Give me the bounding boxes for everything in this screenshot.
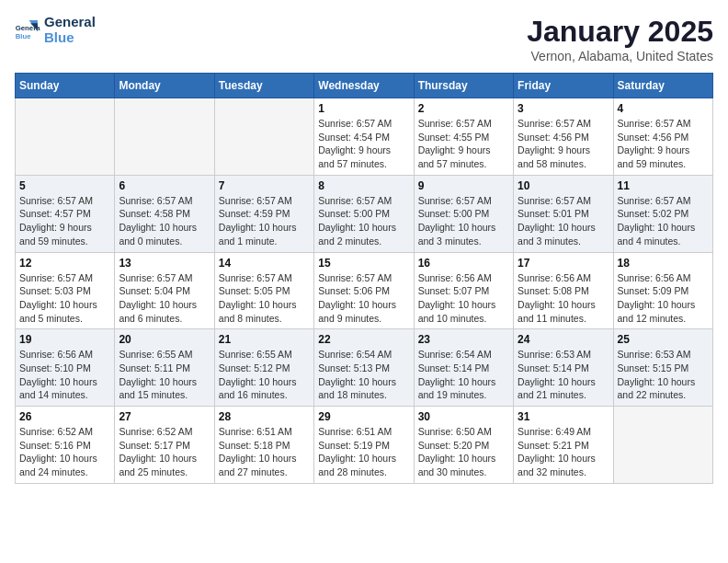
col-friday: Friday	[514, 74, 613, 98]
day-number: 17	[518, 257, 609, 270]
day-number: 11	[618, 179, 709, 192]
day-info: Sunrise: 6:55 AM Sunset: 5:11 PM Dayligh…	[119, 348, 210, 402]
day-number: 14	[219, 257, 310, 270]
calendar-cell: 7Sunrise: 6:57 AM Sunset: 4:59 PM Daylig…	[214, 175, 313, 252]
day-info: Sunrise: 6:57 AM Sunset: 5:03 PM Dayligh…	[19, 271, 110, 326]
logo-icon: General Blue	[15, 17, 40, 43]
day-info: Sunrise: 6:53 AM Sunset: 5:15 PM Dayligh…	[618, 348, 709, 402]
calendar-cell: 30Sunrise: 6:50 AM Sunset: 5:20 PM Dayli…	[414, 407, 513, 484]
calendar-cell: 15Sunrise: 6:57 AM Sunset: 5:06 PM Dayli…	[314, 252, 414, 329]
week-row-4: 19Sunrise: 6:56 AM Sunset: 5:10 PM Dayli…	[16, 329, 713, 407]
calendar-cell: 14Sunrise: 6:57 AM Sunset: 5:05 PM Dayli…	[214, 252, 313, 329]
day-info: Sunrise: 6:57 AM Sunset: 5:01 PM Dayligh…	[518, 194, 609, 248]
day-info: Sunrise: 6:57 AM Sunset: 5:00 PM Dayligh…	[318, 194, 409, 248]
col-tuesday: Tuesday	[214, 74, 313, 98]
day-number: 25	[618, 333, 709, 346]
day-info: Sunrise: 6:52 AM Sunset: 5:16 PM Dayligh…	[19, 425, 110, 479]
week-row-5: 26Sunrise: 6:52 AM Sunset: 5:16 PM Dayli…	[16, 407, 713, 484]
day-info: Sunrise: 6:51 AM Sunset: 5:19 PM Dayligh…	[318, 425, 409, 479]
col-saturday: Saturday	[613, 74, 712, 98]
day-info: Sunrise: 6:56 AM Sunset: 5:10 PM Dayligh…	[19, 348, 110, 402]
day-info: Sunrise: 6:57 AM Sunset: 4:55 PM Dayligh…	[418, 117, 509, 171]
calendar-cell: 3Sunrise: 6:57 AM Sunset: 4:56 PM Daylig…	[514, 98, 613, 176]
day-info: Sunrise: 6:57 AM Sunset: 5:00 PM Dayligh…	[418, 194, 509, 248]
calendar-cell: 19Sunrise: 6:56 AM Sunset: 5:10 PM Dayli…	[16, 329, 115, 407]
day-info: Sunrise: 6:57 AM Sunset: 4:54 PM Dayligh…	[318, 117, 409, 171]
calendar-header-row: Sunday Monday Tuesday Wednesday Thursday…	[16, 74, 713, 98]
calendar-cell: 10Sunrise: 6:57 AM Sunset: 5:01 PM Dayli…	[514, 175, 613, 252]
day-number: 8	[318, 179, 409, 192]
day-number: 4	[618, 102, 709, 115]
day-number: 26	[19, 410, 110, 423]
month-title: January 2025	[527, 15, 713, 49]
day-info: Sunrise: 6:56 AM Sunset: 5:07 PM Dayligh…	[418, 271, 509, 326]
calendar-cell: 27Sunrise: 6:52 AM Sunset: 5:17 PM Dayli…	[115, 407, 214, 484]
day-number: 18	[618, 257, 709, 270]
day-number: 31	[518, 410, 609, 423]
day-number: 2	[418, 102, 509, 115]
calendar-cell: 21Sunrise: 6:55 AM Sunset: 5:12 PM Dayli…	[214, 329, 313, 407]
calendar-cell: 31Sunrise: 6:49 AM Sunset: 5:21 PM Dayli…	[514, 407, 613, 484]
day-number: 28	[219, 410, 310, 423]
logo: General Blue General Blue	[15, 15, 96, 45]
calendar-cell: 23Sunrise: 6:54 AM Sunset: 5:14 PM Dayli…	[414, 329, 513, 407]
day-number: 12	[19, 257, 110, 270]
col-sunday: Sunday	[16, 74, 115, 98]
calendar-cell: 29Sunrise: 6:51 AM Sunset: 5:19 PM Dayli…	[314, 407, 414, 484]
day-info: Sunrise: 6:57 AM Sunset: 5:04 PM Dayligh…	[119, 271, 210, 326]
calendar-cell: 18Sunrise: 6:56 AM Sunset: 5:09 PM Dayli…	[613, 252, 712, 329]
calendar-cell: 13Sunrise: 6:57 AM Sunset: 5:04 PM Dayli…	[115, 252, 214, 329]
calendar-cell: 8Sunrise: 6:57 AM Sunset: 5:00 PM Daylig…	[314, 175, 414, 252]
location-subtitle: Vernon, Alabama, United States	[527, 49, 713, 63]
col-thursday: Thursday	[414, 74, 513, 98]
day-info: Sunrise: 6:51 AM Sunset: 5:18 PM Dayligh…	[219, 425, 310, 479]
day-number: 10	[518, 179, 609, 192]
day-number: 5	[19, 179, 110, 192]
svg-text:General: General	[16, 24, 40, 32]
calendar-cell: 16Sunrise: 6:56 AM Sunset: 5:07 PM Dayli…	[414, 252, 513, 329]
day-number: 20	[119, 333, 210, 346]
day-number: 21	[219, 333, 310, 346]
day-number: 23	[418, 333, 509, 346]
calendar-cell: 6Sunrise: 6:57 AM Sunset: 4:58 PM Daylig…	[115, 175, 214, 252]
day-info: Sunrise: 6:57 AM Sunset: 5:05 PM Dayligh…	[219, 271, 310, 326]
calendar-cell: 4Sunrise: 6:57 AM Sunset: 4:56 PM Daylig…	[613, 98, 712, 176]
calendar-cell	[613, 407, 712, 484]
logo-blue: Blue	[44, 30, 96, 46]
day-number: 30	[418, 410, 509, 423]
day-number: 19	[19, 333, 110, 346]
day-number: 13	[119, 257, 210, 270]
day-info: Sunrise: 6:57 AM Sunset: 4:56 PM Dayligh…	[518, 117, 609, 171]
calendar-cell: 25Sunrise: 6:53 AM Sunset: 5:15 PM Dayli…	[613, 329, 712, 407]
calendar-cell: 17Sunrise: 6:56 AM Sunset: 5:08 PM Dayli…	[514, 252, 613, 329]
week-row-2: 5Sunrise: 6:57 AM Sunset: 4:57 PM Daylig…	[16, 175, 713, 252]
day-number: 9	[418, 179, 509, 192]
week-row-3: 12Sunrise: 6:57 AM Sunset: 5:03 PM Dayli…	[16, 252, 713, 329]
day-info: Sunrise: 6:56 AM Sunset: 5:09 PM Dayligh…	[618, 271, 709, 326]
calendar-cell: 12Sunrise: 6:57 AM Sunset: 5:03 PM Dayli…	[16, 252, 115, 329]
calendar-cell: 2Sunrise: 6:57 AM Sunset: 4:55 PM Daylig…	[414, 98, 513, 176]
day-info: Sunrise: 6:54 AM Sunset: 5:13 PM Dayligh…	[318, 348, 409, 402]
day-number: 29	[318, 410, 409, 423]
day-number: 27	[119, 410, 210, 423]
day-number: 6	[119, 179, 210, 192]
day-info: Sunrise: 6:57 AM Sunset: 4:58 PM Dayligh…	[119, 194, 210, 248]
week-row-1: 1Sunrise: 6:57 AM Sunset: 4:54 PM Daylig…	[16, 98, 713, 176]
svg-text:Blue: Blue	[16, 32, 32, 40]
title-block: January 2025 Vernon, Alabama, United Sta…	[527, 15, 713, 63]
page-header: General Blue General Blue January 2025 V…	[15, 15, 713, 63]
day-info: Sunrise: 6:54 AM Sunset: 5:14 PM Dayligh…	[418, 348, 509, 402]
calendar-cell	[214, 98, 313, 176]
day-info: Sunrise: 6:50 AM Sunset: 5:20 PM Dayligh…	[418, 425, 509, 479]
calendar-table: Sunday Monday Tuesday Wednesday Thursday…	[15, 73, 713, 484]
day-number: 7	[219, 179, 310, 192]
col-wednesday: Wednesday	[314, 74, 414, 98]
calendar-cell: 26Sunrise: 6:52 AM Sunset: 5:16 PM Dayli…	[16, 407, 115, 484]
day-info: Sunrise: 6:57 AM Sunset: 5:02 PM Dayligh…	[618, 194, 709, 248]
calendar-cell: 28Sunrise: 6:51 AM Sunset: 5:18 PM Dayli…	[214, 407, 313, 484]
calendar-cell: 9Sunrise: 6:57 AM Sunset: 5:00 PM Daylig…	[414, 175, 513, 252]
day-number: 16	[418, 257, 509, 270]
calendar-cell: 5Sunrise: 6:57 AM Sunset: 4:57 PM Daylig…	[16, 175, 115, 252]
logo-general: General	[44, 15, 96, 30]
day-number: 24	[518, 333, 609, 346]
